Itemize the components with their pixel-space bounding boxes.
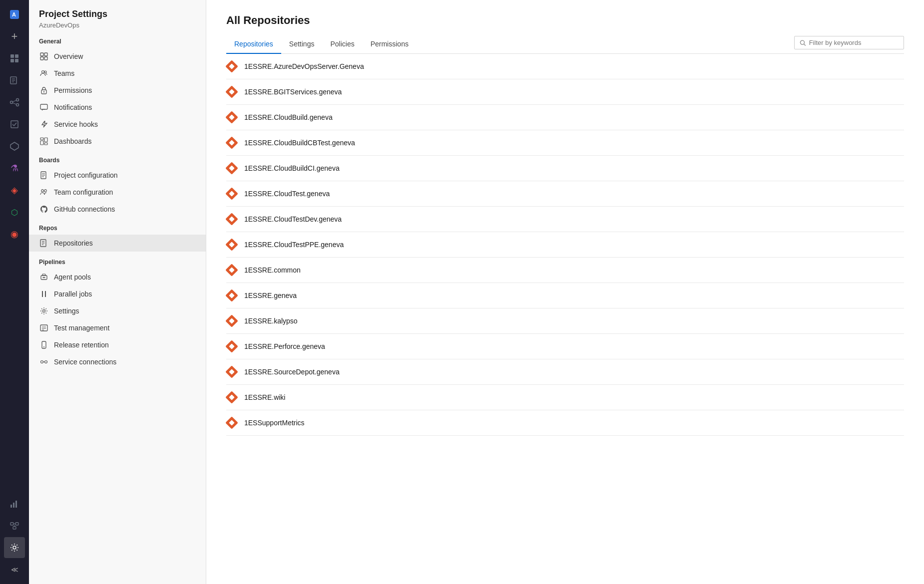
repo-name: 1ESSupportMetrics — [244, 419, 305, 427]
svg-marker-16 — [10, 142, 18, 150]
sidebar-item-repositories[interactable]: Repositories — [29, 235, 206, 252]
repo-row[interactable]: 1ESSupportMetrics — [226, 410, 904, 436]
sidebar-item-project-configuration[interactable]: Project configuration — [29, 167, 206, 184]
gear-icon — [39, 306, 49, 316]
svg-point-12 — [16, 104, 19, 106]
sidebar-item-settings[interactable]: Settings — [29, 302, 206, 319]
collapse-nav-icon[interactable]: ≪ — [4, 559, 25, 580]
sidebar-item-label-test-management: Test management — [54, 324, 109, 332]
repo-diamond-icon — [226, 137, 237, 148]
repo-row[interactable]: 1ESSRE.geneva — [226, 283, 904, 308]
sidebar-subtitle: AzureDevOps — [39, 21, 196, 29]
settings-nav-icon[interactable] — [4, 537, 25, 558]
repo-row[interactable]: 1ESSRE.AzureDevOpsServer.Geneva — [226, 54, 904, 79]
filter-input[interactable] — [809, 39, 899, 46]
repo-row[interactable]: 1ESSRE.kalypso — [226, 308, 904, 334]
sidebar-item-teams[interactable]: Teams — [29, 65, 206, 82]
testplans-nav-icon[interactable] — [4, 114, 25, 135]
repo-row[interactable]: 1ESSRE.CloudBuild.geneva — [226, 105, 904, 130]
repo-diamond-icon — [226, 112, 237, 123]
repo-diamond-icon — [226, 290, 237, 301]
repo-row[interactable]: 1ESSRE.Perforce.geneva — [226, 334, 904, 359]
sidebar-item-parallel-jobs[interactable]: Parallel jobs — [29, 286, 206, 302]
repo-row[interactable]: 1ESSRE.wiki — [226, 385, 904, 410]
tab-repositories[interactable]: Repositories — [226, 35, 281, 54]
grid-icon — [39, 51, 49, 61]
svg-rect-36 — [40, 141, 43, 145]
repo-name: 1ESSRE.CloudTestDev.geneva — [244, 215, 342, 223]
connections-nav-icon[interactable] — [4, 515, 25, 536]
tab-permissions[interactable]: Permissions — [363, 35, 417, 54]
home-icon[interactable]: A — [4, 4, 25, 25]
chat-icon — [39, 102, 49, 112]
repo-row[interactable]: 1ESSRE.common — [226, 258, 904, 283]
repo-name: 1ESSRE.CloudBuildCBTest.geneva — [244, 139, 355, 147]
svg-point-30 — [42, 71, 44, 73]
sidebar-item-label-overview: Overview — [54, 52, 83, 60]
sidebar-item-release-retention[interactable]: Release retention — [29, 336, 206, 353]
sidebar-item-label-notifications: Notifications — [54, 103, 92, 111]
sidebar-item-label-settings: Settings — [54, 307, 79, 315]
apps-nav-icon[interactable]: ◈ — [4, 180, 25, 201]
tab-policies[interactable]: Policies — [322, 35, 362, 54]
svg-line-66 — [804, 44, 806, 45]
svg-rect-34 — [40, 104, 47, 109]
icon-bar: A + ⚗ ◈ ⬡ ◉ ≪ — [0, 0, 29, 584]
svg-point-44 — [44, 190, 47, 192]
repo-row[interactable]: 1ESSRE.CloudBuildCI.geneva — [226, 156, 904, 181]
repo-row[interactable]: 1ESSRE.BGITServices.geneva — [226, 79, 904, 105]
sidebar-item-team-configuration[interactable]: Team configuration — [29, 184, 206, 201]
pipelines-nav-icon[interactable] — [4, 92, 25, 113]
repo-row[interactable]: 1ESSRE.CloudTestPPE.geneva — [226, 232, 904, 258]
svg-rect-50 — [42, 274, 45, 276]
sidebar-item-notifications[interactable]: Notifications — [29, 99, 206, 116]
filter-icon — [800, 39, 806, 46]
repo-diamond-icon — [226, 417, 237, 428]
repo-row[interactable]: 1ESSRE.CloudTest.geneva — [226, 181, 904, 207]
svg-line-13 — [13, 100, 16, 102]
svg-point-62 — [41, 361, 43, 363]
sidebar-item-overview[interactable]: Overview — [29, 48, 206, 65]
section-label-repos: Repos — [29, 218, 206, 235]
sidebar-item-dashboards[interactable]: Dashboards — [29, 133, 206, 150]
analytics-nav-icon[interactable] — [4, 493, 25, 514]
svg-rect-15 — [11, 121, 18, 128]
sidebar-item-service-hooks[interactable]: Service hooks — [29, 116, 206, 133]
filter-area — [794, 36, 904, 53]
circle-nav-icon[interactable]: ◉ — [4, 224, 25, 245]
repo-diamond-icon — [226, 163, 237, 174]
filter-input-wrap[interactable] — [794, 36, 904, 49]
sidebar-item-permissions[interactable]: Permissions — [29, 82, 206, 99]
repo-name: 1ESSRE.BGITServices.geneva — [244, 88, 342, 96]
repo-diamond-icon — [226, 188, 237, 199]
repo-name: 1ESSRE.kalypso — [244, 317, 298, 325]
repo-list: 1ESSRE.AzureDevOpsServer.Geneva 1ESSRE.B… — [206, 54, 924, 584]
sidebar-item-github-connections[interactable]: GitHub connections — [29, 201, 206, 218]
shield-nav-icon[interactable]: ⬡ — [4, 202, 25, 223]
sidebar-item-agent-pools[interactable]: Agent pools — [29, 269, 206, 286]
repo-row[interactable]: 1ESSRE.SourceDepot.geneva — [226, 359, 904, 385]
sidebar-header: Project Settings AzureDevOps — [29, 0, 206, 31]
sidebar-item-test-management[interactable]: Test management — [29, 319, 206, 336]
svg-point-10 — [10, 101, 13, 104]
svg-point-65 — [800, 40, 804, 44]
tab-settings[interactable]: Settings — [281, 35, 323, 54]
flask-nav-icon[interactable]: ⚗ — [4, 158, 25, 179]
svg-rect-29 — [44, 57, 47, 60]
doc-icon — [39, 170, 49, 180]
repo-diamond-icon — [226, 239, 237, 250]
section-label-general: General — [29, 31, 206, 48]
lock-icon — [39, 85, 49, 95]
svg-rect-28 — [40, 57, 43, 60]
boards-nav-icon[interactable] — [4, 48, 25, 69]
add-icon[interactable]: + — [4, 26, 25, 47]
dashboard-icon — [39, 136, 49, 146]
svg-point-52 — [43, 277, 45, 279]
repos-nav-icon[interactable] — [4, 70, 25, 91]
sidebar-item-service-connections[interactable]: Service connections — [29, 353, 206, 370]
artifacts-nav-icon[interactable] — [4, 136, 25, 157]
repo-row[interactable]: 1ESSRE.CloudBuildCBTest.geneva — [226, 130, 904, 156]
repo-row[interactable]: 1ESSRE.CloudTestDev.geneva — [226, 207, 904, 232]
repo-name: 1ESSRE.wiki — [244, 393, 285, 401]
repo-name: 1ESSRE.geneva — [244, 292, 297, 299]
